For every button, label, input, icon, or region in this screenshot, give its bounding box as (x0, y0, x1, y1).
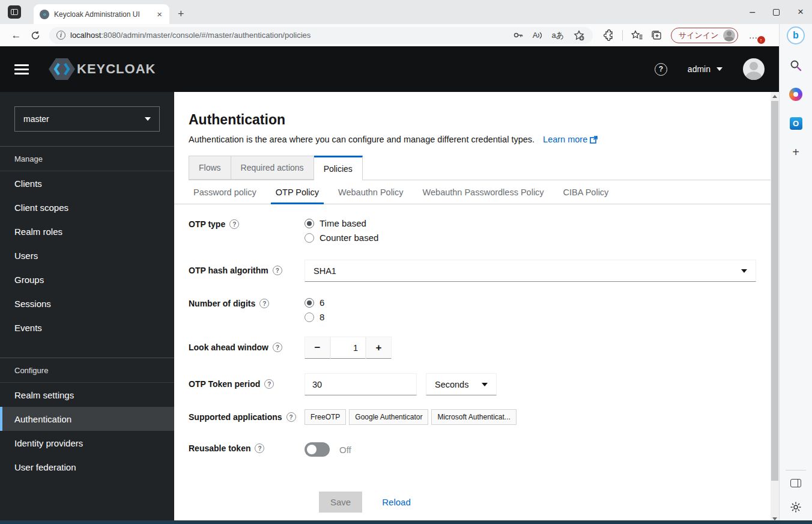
url-text[interactable]: localhost:8080/admin/master/console/#/ma… (70, 31, 508, 40)
user-avatar[interactable] (743, 58, 765, 80)
chevron-down-icon (717, 67, 723, 71)
tab-flows[interactable]: Flows (189, 156, 231, 180)
otp-type-counter-based[interactable]: Counter based (304, 233, 756, 243)
translate-icon[interactable]: aあ (551, 30, 564, 41)
keycloak-logo[interactable]: KEYCLOAK (48, 57, 156, 81)
look-ahead-value[interactable]: 1 (330, 337, 366, 359)
signin-button[interactable]: サインイン (671, 28, 738, 43)
token-period-input[interactable] (304, 373, 417, 395)
subtab-webauthn-policy[interactable]: Webauthn Policy (329, 180, 413, 204)
sidebar-item-clients[interactable]: Clients (0, 171, 174, 195)
settings-gear-icon[interactable] (789, 501, 802, 516)
digits-6[interactable]: 6 (304, 297, 756, 308)
subtab-otp-policy[interactable]: OTP Policy (266, 180, 329, 204)
sidebar-item-client-scopes[interactable]: Client scopes (0, 195, 174, 219)
bing-chat-icon[interactable]: b (787, 26, 805, 44)
radio-unchecked-icon[interactable] (304, 233, 314, 243)
scroll-up-icon[interactable] (772, 92, 777, 100)
otp-hash-select[interactable]: SHA1 (304, 260, 756, 282)
sidebar-item-users[interactable]: Users (0, 243, 174, 267)
close-button[interactable]: × (798, 6, 804, 18)
sidebar-panel-icon[interactable] (790, 479, 801, 487)
question-circle-icon[interactable]: ? (286, 412, 296, 422)
refresh-button[interactable] (28, 28, 43, 43)
add-sidebar-app-icon[interactable]: + (788, 144, 804, 160)
question-circle-icon[interactable]: ? (259, 299, 269, 308)
site-info-icon[interactable]: i (56, 31, 65, 40)
maximize-button[interactable] (773, 9, 780, 16)
otp-type-time-based[interactable]: Time based (304, 218, 756, 228)
radio-checked-icon[interactable] (304, 298, 314, 308)
sidebar-item-events[interactable]: Events (0, 315, 174, 340)
url-host: localhost (70, 31, 101, 40)
question-circle-icon[interactable]: ? (264, 379, 274, 389)
page-scrollbar[interactable] (771, 92, 779, 520)
sidebar-item-sessions[interactable]: Sessions (0, 291, 174, 315)
reusable-token-row: Reusable token? Off (189, 442, 756, 457)
radio-label: Counter based (320, 233, 378, 243)
browser-tab[interactable]: ‹› Keycloak Administration UI × (34, 4, 169, 24)
tab-policies[interactable]: Policies (314, 156, 363, 180)
help-icon[interactable]: ? (655, 63, 667, 76)
reload-link[interactable]: Reload (382, 497, 411, 507)
sidebar-item-realm-roles[interactable]: Realm roles (0, 219, 174, 243)
hamburger-menu-icon[interactable] (14, 64, 29, 75)
scroll-down-icon[interactable] (771, 512, 779, 520)
question-circle-icon[interactable]: ? (229, 219, 239, 229)
reusable-token-toggle[interactable] (304, 442, 330, 457)
extensions-icon[interactable] (602, 29, 614, 41)
sidebar-item-identity-providers[interactable]: Identity providers (0, 431, 174, 455)
tabs-spacer (363, 156, 756, 180)
main-content: Authentication Authentication is the are… (174, 92, 771, 520)
address-bar[interactable]: i localhost:8080/admin/master/console/#/… (49, 27, 593, 44)
sidebar-item-groups[interactable]: Groups (0, 267, 174, 291)
signin-avatar (723, 29, 735, 41)
question-circle-icon[interactable]: ? (255, 443, 264, 453)
chip-freeotp: FreeOTP (304, 409, 346, 425)
plus-button[interactable]: + (366, 337, 392, 359)
sidebar-item-user-federation[interactable]: User federation (0, 455, 174, 479)
question-circle-icon[interactable]: ? (273, 266, 282, 275)
keycloak-favicon-icon: ‹› (40, 10, 49, 19)
digits-8[interactable]: 8 (304, 312, 756, 322)
signin-label: サインイン (679, 30, 719, 41)
save-button[interactable]: Save (319, 492, 362, 513)
add-favorite-icon[interactable] (574, 30, 584, 41)
subtab-password-policy[interactable]: Password policy (184, 180, 266, 204)
sidebar-item-realm-settings[interactable]: Realm settings (0, 383, 174, 407)
outlook-icon[interactable]: O (788, 115, 804, 131)
browser-menu-button[interactable]: … ↑ (747, 29, 761, 41)
subtab-webauthn-passwordless-policy[interactable]: Webauthn Passwordless Policy (413, 180, 554, 204)
token-period-label: OTP Token period (189, 379, 260, 389)
learn-more-link[interactable]: Learn more (543, 135, 598, 144)
browser-toolbar: ← i localhost:8080/admin/master/console/… (0, 24, 779, 46)
sidebar-item-authentication[interactable]: Authentication (0, 407, 174, 431)
read-aloud-icon[interactable]: A (533, 31, 542, 40)
password-key-icon[interactable] (513, 30, 523, 40)
workspaces-icon[interactable] (8, 5, 21, 19)
look-ahead-label: Look ahead window (189, 343, 268, 352)
new-tab-button[interactable]: + (178, 8, 184, 24)
question-circle-icon[interactable]: ? (273, 343, 282, 352)
subtab-ciba-policy[interactable]: CIBA Policy (554, 180, 619, 204)
realm-selector[interactable]: master (14, 106, 160, 132)
browser-window: ‹› Keycloak Administration UI × + – × ← … (0, 0, 812, 524)
back-button[interactable]: ← (8, 28, 24, 43)
minimize-button[interactable]: – (750, 7, 755, 17)
favorites-icon[interactable] (631, 30, 643, 41)
microsoft-365-icon[interactable] (788, 87, 804, 102)
minus-button[interactable]: − (304, 337, 330, 359)
tab-close-icon[interactable]: × (154, 9, 165, 19)
user-menu[interactable]: admin (688, 64, 723, 74)
collections-icon[interactable] (651, 30, 662, 41)
radio-unchecked-icon[interactable] (304, 312, 314, 322)
keycloak-masthead: KEYCLOAK ? admin (0, 46, 779, 92)
scroll-thumb[interactable] (771, 101, 778, 481)
token-period-unit-select[interactable]: Seconds (426, 373, 497, 395)
radio-checked-icon[interactable] (304, 219, 314, 228)
search-icon[interactable] (788, 58, 804, 73)
tab-required-actions[interactable]: Required actions (231, 156, 314, 180)
look-ahead-row: Look ahead window? − 1 + (189, 337, 756, 359)
supported-apps-label: Supported applications (189, 412, 282, 422)
keycloak-shield-icon (48, 57, 76, 81)
